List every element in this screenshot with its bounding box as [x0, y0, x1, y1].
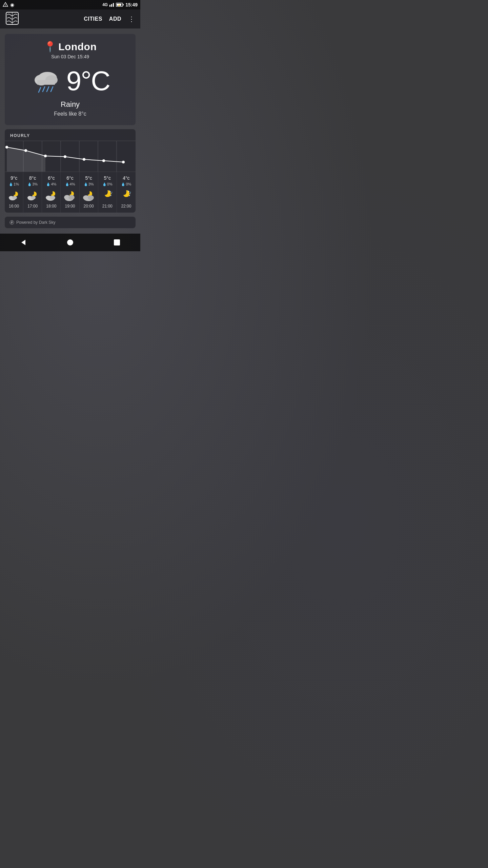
time-17: 17:00: [27, 204, 38, 209]
svg-point-53: [111, 195, 111, 195]
hourly-item-21: 5°c 💧0% 21:00: [98, 172, 117, 213]
hourly-item-18: 6°c 💧4% 18:00: [42, 172, 61, 213]
svg-rect-63: [114, 239, 120, 245]
more-menu-button[interactable]: ⋮: [128, 16, 135, 22]
temp-19: 6°c: [66, 175, 73, 181]
warning-icon: !: [3, 2, 8, 8]
signal-icon: [109, 2, 115, 7]
drop-icon-19: 💧: [65, 182, 69, 186]
svg-rect-2: [109, 5, 110, 7]
svg-point-31: [102, 159, 105, 162]
powered-by-text: Powered by Dark Sky: [16, 220, 55, 225]
svg-point-32: [122, 161, 125, 163]
time-16: 16:00: [9, 204, 19, 209]
battery-icon: ⚡: [116, 2, 124, 7]
icon-19: [64, 189, 76, 201]
time-display: 15:49: [125, 2, 138, 7]
status-bar: ! ◉ 4G ⚡ 15:49: [0, 0, 140, 9]
temperature-chart: [5, 141, 136, 172]
icon-16: [8, 189, 20, 201]
temp-20: 5°c: [85, 175, 92, 181]
icon-18: [45, 189, 57, 201]
svg-point-49: [111, 193, 112, 194]
network-label: 4G: [102, 2, 108, 7]
powered-by-footer: Powered by Dark Sky: [5, 217, 136, 228]
icon-17: [26, 189, 39, 201]
svg-point-47: [88, 195, 94, 200]
svg-point-30: [83, 158, 85, 161]
hourly-header: HOURLY: [5, 129, 136, 141]
svg-point-54: [128, 191, 129, 192]
date-time: Sun 03 Dec 15:49: [10, 54, 130, 59]
precip-18: 💧4%: [46, 182, 56, 186]
home-button[interactable]: [63, 236, 77, 249]
svg-line-17: [47, 87, 49, 92]
feels-like: Feels like 8°c: [10, 111, 130, 117]
svg-point-48: [109, 191, 110, 192]
precip-16: 💧1%: [9, 182, 19, 186]
weather-description: Rainy: [10, 100, 130, 109]
precip-21: 💧0%: [102, 182, 113, 186]
svg-point-56: [129, 195, 130, 196]
svg-point-35: [12, 196, 17, 199]
precip-17: 💧3%: [27, 182, 38, 186]
time-21: 21:00: [102, 204, 113, 209]
svg-point-57: [128, 190, 128, 191]
recents-icon: [113, 238, 121, 246]
svg-point-44: [68, 195, 75, 200]
rain-cloud-icon: [30, 68, 61, 94]
hourly-item-20: 5°c 💧3% 20:00: [80, 172, 98, 213]
svg-point-26: [5, 146, 8, 149]
drop-icon-16: 💧: [9, 182, 13, 186]
icon-21: [101, 189, 114, 201]
svg-text:!: !: [5, 4, 6, 7]
svg-point-28: [44, 155, 47, 157]
svg-point-62: [67, 239, 73, 245]
status-left: ! ◉: [3, 2, 14, 8]
chart-svg: [5, 141, 136, 172]
temp-16: 9°c: [11, 175, 17, 181]
time-18: 18:00: [46, 204, 56, 209]
app-bar: CITIES ADD ⋮: [0, 9, 140, 28]
time-19: 19:00: [65, 204, 75, 209]
svg-rect-4: [113, 3, 114, 7]
home-icon: [66, 238, 74, 246]
svg-point-41: [50, 196, 55, 200]
drop-icon-20: 💧: [84, 182, 88, 186]
svg-point-50: [110, 195, 111, 196]
drop-icon-18: 💧: [46, 182, 50, 186]
city-name-container: 📍 London: [10, 41, 130, 53]
drop-icon-22: 💧: [121, 182, 125, 186]
app-bar-actions: CITIES ADD ⋮: [84, 16, 135, 22]
svg-marker-61: [21, 240, 25, 245]
svg-text:⚡: ⚡: [118, 4, 121, 7]
temp-21: 5°c: [104, 175, 111, 181]
back-button[interactable]: [17, 236, 30, 249]
darksky-logo: [9, 220, 14, 225]
bottom-nav-bar: [0, 234, 140, 251]
temp-22: 4°c: [123, 175, 129, 181]
icon-20: [83, 189, 95, 201]
add-button[interactable]: ADD: [109, 16, 121, 22]
precip-19: 💧4%: [65, 182, 75, 186]
svg-rect-3: [111, 4, 112, 7]
hourly-item-17: 8°c 💧3% 17:00: [23, 172, 42, 213]
hourly-section: HOURLY 9°c: [5, 129, 136, 213]
svg-rect-6: [123, 4, 124, 5]
svg-point-38: [31, 196, 36, 199]
temp-18: 6°c: [48, 175, 55, 181]
svg-point-59: [130, 195, 130, 195]
svg-point-27: [24, 149, 27, 152]
location-pin-icon: 📍: [44, 41, 57, 53]
recents-button[interactable]: [110, 236, 124, 249]
cities-button[interactable]: CITIES: [84, 16, 102, 22]
svg-point-51: [109, 190, 110, 191]
drop-icon-21: 💧: [102, 182, 106, 186]
svg-line-18: [51, 87, 53, 92]
time-20: 20:00: [84, 204, 94, 209]
temp-17: 8°c: [29, 175, 36, 181]
time-22: 22:00: [121, 204, 131, 209]
app-logo[interactable]: [5, 12, 19, 26]
hourly-grid: 9°c 💧1% 16:00 8°c 💧3%: [5, 172, 136, 213]
svg-line-16: [43, 87, 45, 92]
